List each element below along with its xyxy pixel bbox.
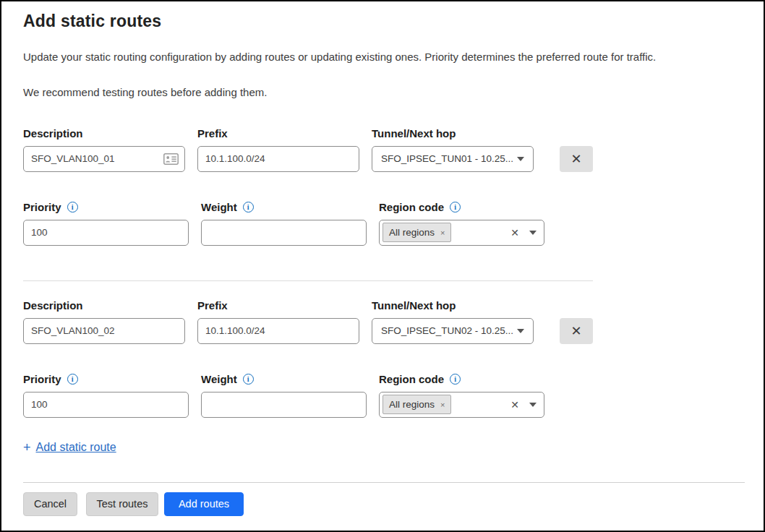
route-block-2: Description Prefix Tunnel/Next hop SFO_I… [23, 299, 593, 418]
region-code-label: Region code i [379, 373, 544, 385]
tunnel-select[interactable]: SFO_IPSEC_TUN02 - 10.25... [372, 318, 534, 344]
test-routes-button[interactable]: Test routes [86, 492, 158, 516]
prefix-label: Prefix [197, 299, 359, 312]
description-input[interactable] [23, 318, 185, 344]
info-icon[interactable]: i [450, 202, 461, 213]
prefix-label: Prefix [197, 127, 359, 140]
priority-input[interactable] [23, 220, 189, 246]
info-icon[interactable]: i [243, 202, 254, 213]
footer-actions: Cancel Test routes Add routes [23, 492, 742, 516]
cancel-button[interactable]: Cancel [23, 492, 77, 516]
page-title: Add static routes [23, 12, 742, 31]
tunnel-select[interactable]: SFO_IPSEC_TUN01 - 10.25... [372, 146, 534, 172]
chevron-down-icon [517, 157, 524, 161]
priority-label: Priority i [23, 201, 189, 213]
region-tag: All regions × [382, 223, 451, 242]
weight-input[interactable] [201, 220, 367, 246]
priority-label: Priority i [23, 373, 189, 385]
intro-text: Update your static routing configuration… [23, 50, 742, 100]
clear-selection-icon[interactable]: ✕ [508, 227, 522, 239]
weight-label: Weight i [201, 373, 367, 385]
description-label: Description [23, 299, 185, 312]
tunnel-label: Tunnel/Next hop [372, 299, 534, 312]
plus-icon: + [23, 440, 31, 455]
clear-selection-icon[interactable]: ✕ [508, 399, 522, 411]
delete-route-button[interactable]: ✕ [560, 318, 593, 344]
region-code-multiselect[interactable]: All regions × ✕ [379, 392, 544, 418]
tag-remove-icon[interactable]: × [440, 400, 445, 409]
intro-line-2: We recommend testing routes before addin… [23, 85, 742, 100]
region-code-label: Region code i [379, 201, 544, 213]
weight-input[interactable] [201, 392, 367, 418]
info-icon[interactable]: i [67, 202, 78, 213]
region-code-multiselect[interactable]: All regions × ✕ [379, 220, 544, 246]
intro-line-1: Update your static routing configuration… [23, 50, 742, 64]
info-icon[interactable]: i [67, 374, 78, 385]
tunnel-label: Tunnel/Next hop [372, 127, 534, 140]
chevron-down-icon [517, 329, 524, 333]
tunnel-select-value: SFO_IPSEC_TUN02 - 10.25... [381, 325, 513, 336]
region-tag: All regions × [382, 395, 451, 414]
chevron-down-icon [529, 403, 537, 407]
add-static-routes-dialog: Add static routes Update your static rou… [0, 0, 765, 532]
delete-route-button[interactable]: ✕ [560, 146, 593, 172]
priority-input[interactable] [23, 392, 189, 418]
description-label: Description [23, 127, 185, 140]
prefix-input[interactable] [197, 318, 359, 344]
info-icon[interactable]: i [243, 374, 254, 385]
tag-remove-icon[interactable]: × [440, 228, 445, 237]
add-static-route-link[interactable]: + Add static route [23, 440, 116, 455]
info-icon[interactable]: i [450, 374, 461, 385]
weight-label: Weight i [201, 201, 367, 213]
prefix-input[interactable] [197, 146, 359, 172]
chevron-down-icon [529, 231, 537, 235]
route-block-1: Description [23, 127, 593, 246]
route-divider [23, 280, 593, 281]
footer-divider [23, 482, 745, 483]
description-input[interactable] [23, 146, 185, 172]
add-routes-button[interactable]: Add routes [164, 492, 244, 516]
tunnel-select-value: SFO_IPSEC_TUN01 - 10.25... [381, 153, 513, 164]
